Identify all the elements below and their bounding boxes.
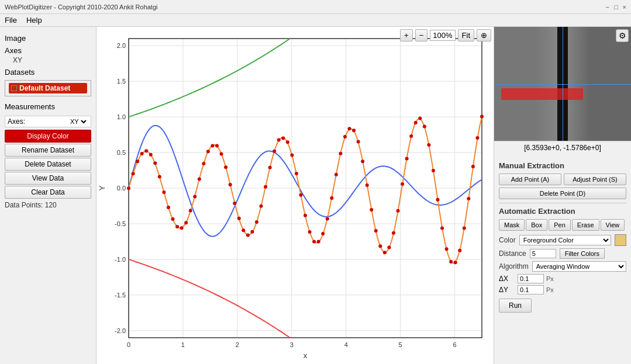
axes-selector-row: Axes: XY xyxy=(5,116,91,127)
manual-extraction-buttons: Add Point (A) Adjust Point (S) xyxy=(499,174,626,185)
axes-label: Axes xyxy=(5,46,91,55)
manual-extraction-title: Manual Extraction xyxy=(499,161,626,170)
right-panel: ⚙ [6.3593e+0, -1.5786e+0] Manual Extract… xyxy=(494,27,631,364)
zoom-out-button[interactable]: − xyxy=(415,29,428,41)
view-data-button[interactable]: View Data xyxy=(5,172,91,185)
preview-red-streak xyxy=(501,88,583,100)
clear-data-button[interactable]: Clear Data xyxy=(5,186,91,199)
color-dropdown[interactable]: Foreground Color Background Color Custom xyxy=(519,235,611,245)
adjust-point-button[interactable]: Adjust Point (S) xyxy=(564,174,626,185)
close-button[interactable]: × xyxy=(623,4,626,11)
view-button[interactable]: View xyxy=(601,219,625,231)
delete-point-button[interactable]: Delete Point (D) xyxy=(499,188,626,199)
datasets-box: Default Dataset xyxy=(5,80,91,96)
auto-extraction-tool-buttons: Mask Box Pen Erase View xyxy=(499,219,626,231)
manual-extraction-buttons-2: Delete Point (D) xyxy=(499,188,626,199)
delete-dataset-button[interactable]: Delete Dataset xyxy=(5,158,91,171)
crosshair-button[interactable]: ⊕ xyxy=(477,29,491,41)
axes-row-label: Axes: xyxy=(8,117,25,126)
delta-y-input[interactable] xyxy=(518,285,544,294)
display-color-button[interactable]: Display Color xyxy=(5,130,91,143)
dataset-name: Default Dataset xyxy=(19,84,70,92)
zoom-level-display: 100% xyxy=(430,30,455,41)
plot-canvas[interactable] xyxy=(96,27,494,364)
color-param-row: Color Foreground Color Background Color … xyxy=(499,234,626,246)
separator-1 xyxy=(499,203,626,203)
distance-input[interactable] xyxy=(530,249,556,258)
delta-x-label: ΔX xyxy=(499,275,515,283)
gear-icon: ⚙ xyxy=(619,31,626,40)
extraction-panel: Manual Extraction Add Point (A) Adjust P… xyxy=(494,154,631,364)
zoom-in-button[interactable]: + xyxy=(400,29,413,41)
default-dataset-item[interactable]: Default Dataset xyxy=(9,83,87,93)
settings-icon-button[interactable]: ⚙ xyxy=(616,29,629,42)
color-swatch[interactable] xyxy=(615,234,626,246)
app-title: WebPlotDigitizer - Copyright 2010-2020 A… xyxy=(5,4,158,11)
algorithm-dropdown[interactable]: Averaging Window X Step Blob Detector xyxy=(532,261,626,272)
minimize-button[interactable]: − xyxy=(605,4,609,11)
chart-toolbar: + − 100% Fit ⊕ xyxy=(400,29,491,41)
measurements-label: Measurements xyxy=(5,102,91,111)
algorithm-param-row: Algorithm Averaging Window X Step Blob D… xyxy=(499,261,626,272)
add-point-button[interactable]: Add Point (A) xyxy=(499,174,561,185)
menu-file[interactable]: File xyxy=(5,16,17,25)
axes-select[interactable]: XY xyxy=(68,117,88,126)
image-label: Image xyxy=(5,34,91,43)
pen-button[interactable]: Pen xyxy=(549,219,571,231)
filter-colors-button[interactable]: Filter Colors xyxy=(560,248,605,259)
distance-param-row: Distance Filter Colors xyxy=(499,248,626,259)
delta-x-row: ΔX Px xyxy=(499,274,626,283)
mask-button[interactable]: Mask xyxy=(499,219,525,231)
fit-button[interactable]: Fit xyxy=(458,29,474,41)
crosshair-vertical xyxy=(563,27,563,141)
axes-type-label[interactable]: XY xyxy=(5,56,91,64)
dataset-controls: Axes: XY Display Color Rename Dataset De… xyxy=(5,116,91,209)
color-label: Color xyxy=(499,236,516,244)
coords-display: [6.3593e+0, -1.5786e+0] xyxy=(494,141,631,154)
sidebar: Image Axes XY Datasets Default Dataset M… xyxy=(0,27,96,364)
dataset-color-indicator xyxy=(11,85,17,91)
window-controls[interactable]: − □ × xyxy=(605,4,626,11)
distance-label: Distance xyxy=(499,249,526,258)
box-button[interactable]: Box xyxy=(526,219,547,231)
delta-y-row: ΔY Px xyxy=(499,285,626,294)
delta-y-unit: Px xyxy=(546,286,554,293)
run-button[interactable]: Run xyxy=(499,299,532,313)
delta-y-label: ΔY xyxy=(499,286,515,294)
algorithm-label: Algorithm xyxy=(499,262,529,271)
preview-image xyxy=(494,27,631,141)
chart-area: + − 100% Fit ⊕ xyxy=(96,27,494,364)
datasets-label: Datasets xyxy=(5,68,91,77)
maximize-button[interactable]: □ xyxy=(614,4,618,11)
menu-help[interactable]: Help xyxy=(26,16,42,25)
erase-button[interactable]: Erase xyxy=(572,219,599,231)
menubar: File Help xyxy=(0,14,631,27)
data-points-count: Data Points: 120 xyxy=(5,201,91,209)
titlebar: WebPlotDigitizer - Copyright 2010-2020 A… xyxy=(0,0,631,14)
main-layout: Image Axes XY Datasets Default Dataset M… xyxy=(0,27,631,364)
preview-area: ⚙ xyxy=(494,27,631,141)
automatic-extraction-title: Automatic Extraction xyxy=(499,207,626,216)
delta-x-unit: Px xyxy=(546,275,554,282)
rename-dataset-button[interactable]: Rename Dataset xyxy=(5,144,91,157)
delta-x-input[interactable] xyxy=(518,274,544,283)
